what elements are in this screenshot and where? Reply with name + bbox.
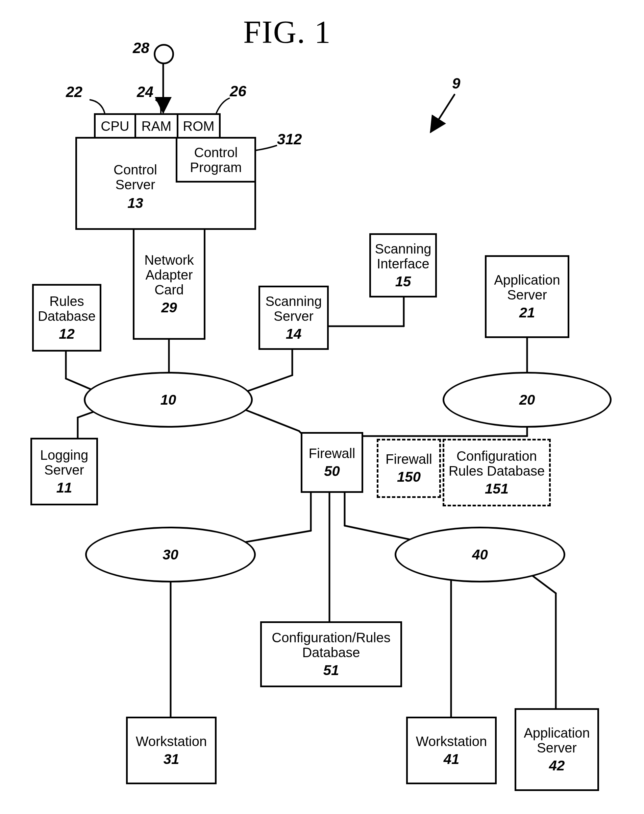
workstation-41-label: Workstation [416, 734, 487, 749]
app-server-42-box: Application Server 42 [515, 708, 599, 791]
label-26: 26 [230, 84, 246, 99]
app-server-21-box: Application Server 21 [485, 255, 569, 338]
ellipse-20: 20 [443, 372, 612, 428]
label-22: 22 [66, 84, 83, 99]
firewall-150-box: Firewall 150 [377, 439, 441, 498]
logging-server-label: Logging Server [40, 448, 88, 477]
control-program-label: Control Program [190, 145, 242, 175]
rules-db-label: Rules Database [38, 294, 96, 324]
cpu-box: CPU [94, 113, 136, 138]
workstation-31-box: Workstation 31 [126, 717, 216, 784]
rules-db-box: Rules Database 12 [32, 284, 101, 352]
label-24: 24 [137, 84, 153, 99]
scanning-interface-box: Scanning Interface 15 [369, 233, 437, 298]
config-rules-51-num: 51 [324, 663, 339, 678]
control-program-box: Control Program [176, 137, 256, 183]
scanning-server-num: 14 [286, 326, 302, 342]
rom-label: ROM [183, 119, 214, 134]
ellipse-20-num: 20 [519, 392, 535, 408]
ellipse-30: 30 [85, 527, 256, 582]
nac-label: Network Adapter Card [144, 252, 194, 297]
cpu-label: CPU [101, 119, 129, 134]
app-server-42-label: Application Server [524, 725, 590, 755]
scanning-interface-label: Scanning Interface [375, 241, 431, 271]
rom-box: ROM [177, 113, 221, 138]
scanning-server-label: Scanning Server [265, 294, 322, 324]
workstation-41-box: Workstation 41 [406, 717, 497, 784]
nac-num: 29 [161, 300, 177, 315]
app-server-42-num: 42 [549, 758, 565, 773]
workstation-41-num: 41 [444, 751, 460, 767]
scanning-server-box: Scanning Server 14 [259, 286, 329, 350]
control-server-label: Control Server [113, 162, 157, 192]
app-server-21-num: 21 [519, 305, 535, 321]
ellipse-40: 40 [395, 527, 565, 582]
firewall-150-label: Firewall [385, 452, 432, 467]
ellipse-10: 10 [84, 372, 253, 428]
ellipse-30-num: 30 [163, 547, 178, 563]
figure-stage: FIG. 1 9 28 24 22 26 312 CPU RAM ROM Con… [0, 0, 644, 814]
figure-title: FIG. 1 [243, 14, 331, 51]
ellipse-40-num: 40 [472, 547, 488, 563]
config-rules-151-label: Configuration Rules Database [449, 448, 545, 478]
config-rules-151-box: Configuration Rules Database 151 [443, 439, 551, 506]
ellipse-10-num: 10 [161, 392, 176, 408]
scanning-interface-num: 15 [395, 274, 411, 289]
label-312: 312 [277, 132, 302, 147]
workstation-31-label: Workstation [136, 734, 207, 749]
logging-server-num: 11 [57, 480, 72, 496]
label-28: 28 [133, 41, 149, 55]
node-28-circle [154, 44, 174, 64]
ram-box: RAM [135, 113, 178, 138]
firewall-50-num: 50 [324, 464, 340, 479]
config-rules-51-box: Configuration/Rules Database 51 [260, 621, 402, 687]
control-server-num: 13 [127, 195, 143, 211]
label-9: 9 [452, 76, 460, 91]
workstation-31-num: 31 [164, 751, 179, 767]
svg-line-14 [243, 409, 299, 431]
nac-box: Network Adapter Card 29 [133, 228, 205, 340]
firewall-50-box: Firewall 50 [301, 432, 363, 493]
config-rules-51-label: Configuration/Rules Database [271, 630, 390, 660]
firewall-50-label: Firewall [309, 446, 356, 461]
logging-server-box: Logging Server 11 [31, 438, 98, 505]
svg-line-1 [431, 95, 454, 132]
app-server-21-label: Application Server [494, 272, 560, 302]
ram-label: RAM [141, 119, 172, 134]
firewall-150-num: 150 [397, 469, 421, 485]
config-rules-151-num: 151 [485, 481, 509, 496]
rules-db-num: 12 [59, 326, 75, 342]
